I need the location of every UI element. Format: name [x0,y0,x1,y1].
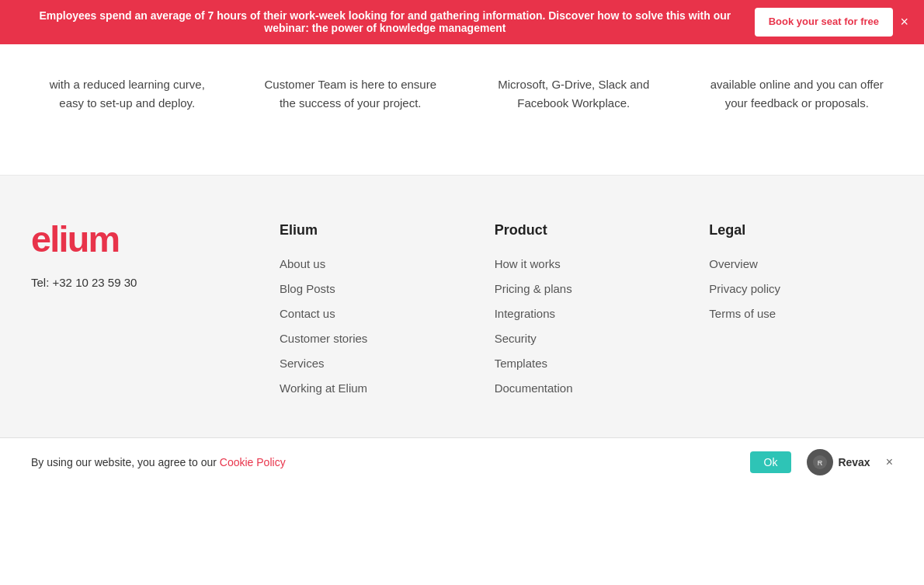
footer-tel: Tel: +32 10 23 59 30 [31,276,248,289]
feature-card-3: Microsoft, G-Drive, Slack and Facebook W… [462,60,686,128]
revabot-area: R Revax [807,449,870,475]
list-item: Pricing & plans [495,282,679,296]
feature-card-2: Customer Team is here to ensure the succ… [239,60,463,128]
footer-inner: elium Tel: +32 10 23 59 30 Elium About u… [0,222,924,406]
cookie-right: Ok R Revax × [750,449,894,475]
feature-text-1: with a reduced learning curve, easy to s… [39,75,216,113]
list-item: Documentation [495,381,679,395]
services-link[interactable]: Services [280,357,325,370]
list-item: Services [280,357,464,371]
footer-brand: elium Tel: +32 10 23 59 30 [31,222,248,406]
about-us-link[interactable]: About us [280,257,325,270]
revabot-label: Revax [838,456,870,468]
feature-card-4: available online and you can offer your … [686,60,909,128]
list-item: Terms of use [709,307,893,321]
list-item: Working at Elium [280,381,464,395]
cookie-text-label: By using our website, you agree to our [31,456,217,468]
cookie-bar: By using our website, you agree to our C… [0,437,924,486]
list-item: Blog Posts [280,282,464,296]
footer-col-legal-heading: Legal [709,222,893,239]
cookie-ok-button[interactable]: Ok [750,451,792,473]
tel-label: Tel: [31,276,49,289]
cookie-policy-link[interactable]: Cookie Policy [220,456,286,468]
footer-col-elium-list: About us Blog Posts Contact us Customer … [280,257,464,395]
elium-logo-svg: elium [31,222,136,257]
banner-text: Employees spend an average of 7 hours of… [31,9,739,34]
customer-stories-link[interactable]: Customer stories [280,332,367,345]
footer-col-product-list: How it works Pricing & plans Integration… [495,257,679,395]
feature-text-2: Customer Team is here to ensure the succ… [262,75,439,113]
top-banner: Employees spend an average of 7 hours of… [0,0,924,44]
security-link[interactable]: Security [495,332,537,345]
footer-col-elium: Elium About us Blog Posts Contact us Cus… [280,222,464,406]
tel-number[interactable]: +32 10 23 59 30 [53,276,137,289]
contact-us-link[interactable]: Contact us [280,307,335,320]
list-item: Privacy policy [709,282,893,296]
list-item: About us [280,257,464,271]
terms-of-use-link[interactable]: Terms of use [709,307,776,320]
cookie-close-button[interactable]: × [886,455,893,469]
feature-text-4: available online and you can offer your … [709,75,886,113]
list-item: Contact us [280,307,464,321]
privacy-policy-link[interactable]: Privacy policy [709,282,780,295]
svg-text:elium: elium [31,222,119,257]
svg-text:R: R [818,459,823,467]
feature-card-1: with a reduced learning curve, easy to s… [16,60,239,128]
footer-col-legal: Legal Overview Privacy policy Terms of u… [709,222,893,406]
list-item: Integrations [495,307,679,321]
cookie-text: By using our website, you agree to our C… [31,456,286,468]
revabot-logo-svg: R [812,454,828,470]
list-item: Security [495,332,679,346]
footer-col-elium-heading: Elium [280,222,464,239]
footer-col-product-heading: Product [495,222,679,239]
banner-close-button[interactable]: × [900,14,908,30]
revabot-icon: R [807,449,833,475]
integrations-link[interactable]: Integrations [495,307,555,320]
pricing-plans-link[interactable]: Pricing & plans [495,282,572,295]
working-at-elium-link[interactable]: Working at Elium [280,381,367,395]
templates-link[interactable]: Templates [495,357,547,370]
footer-col-legal-list: Overview Privacy policy Terms of use [709,257,893,321]
footer-logo: elium [31,222,248,260]
list-item: Customer stories [280,332,464,346]
list-item: Templates [495,357,679,371]
how-it-works-link[interactable]: How it works [495,257,561,270]
footer-col-product: Product How it works Pricing & plans Int… [495,222,679,406]
feature-text-3: Microsoft, G-Drive, Slack and Facebook W… [485,75,662,113]
features-section: with a reduced learning curve, easy to s… [0,44,924,175]
list-item: How it works [495,257,679,271]
overview-link[interactable]: Overview [709,257,758,270]
documentation-link[interactable]: Documentation [495,381,573,395]
blog-posts-link[interactable]: Blog Posts [280,282,335,295]
features-grid: with a reduced learning curve, easy to s… [0,60,924,128]
book-seat-button[interactable]: Book your seat for free [755,8,893,37]
list-item: Overview [709,257,893,271]
footer-section: elium Tel: +32 10 23 59 30 Elium About u… [0,176,924,437]
